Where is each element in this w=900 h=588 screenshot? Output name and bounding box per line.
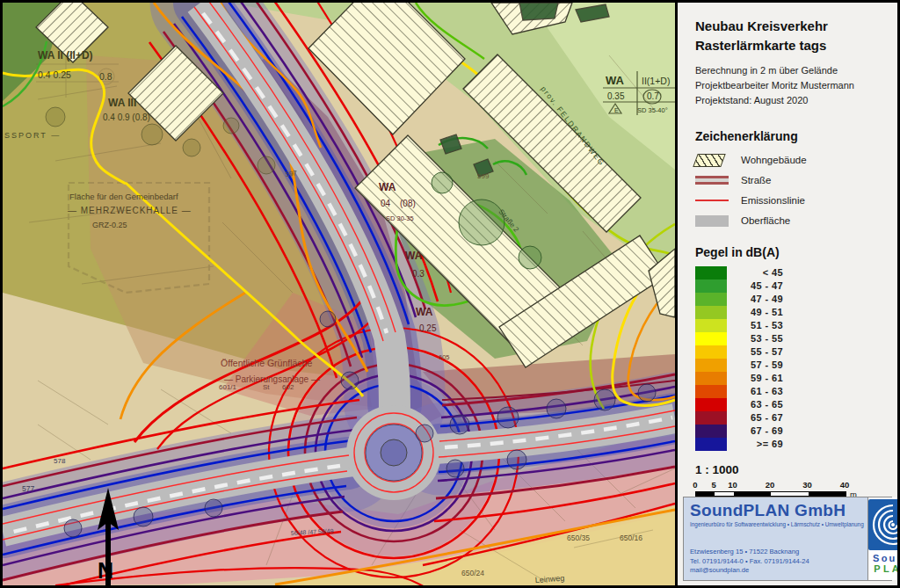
level-row: < 45 — [695, 266, 889, 279]
map-label: 597 — [285, 170, 298, 178]
subtitle-editor: Projektbearbeiter Moritz Mustermann — [695, 79, 889, 92]
level-row: 65 - 67 — [695, 411, 889, 425]
legend-item: Emissionslinie — [695, 191, 889, 211]
map-label: GRZ-0.25 — [92, 221, 127, 229]
map-label: 650/16 — [620, 534, 642, 542]
map-label: 0.35 — [607, 91, 625, 101]
map-label: 650/35 — [567, 534, 590, 542]
scale-tick-label: 20 — [766, 480, 775, 490]
legend-panel: Neubau Kreisverkehr Rasterlärmkarte tags… — [675, 3, 897, 585]
level-range-label: 45 - 47 — [727, 280, 783, 291]
level-row: 63 - 65 — [695, 398, 889, 411]
map-label: WA — [405, 250, 423, 262]
level-color-swatch — [695, 332, 727, 345]
map-label: 0.3 — [412, 269, 425, 279]
level-row: 57 - 59 — [695, 359, 889, 372]
map-title-line1: Neubau Kreisverkehr — [695, 17, 889, 36]
map-label: 0.8 — [99, 71, 112, 82]
map-label: WA — [606, 74, 625, 87]
level-range-label: 49 - 51 — [727, 307, 783, 317]
level-row: 45 - 47 — [695, 279, 889, 293]
level-color-swatch — [695, 411, 727, 425]
company-address: Etzwiesenberg 15 • 71522 Backnang Tel. 0… — [690, 548, 809, 575]
company-logo: ® Sound PLAN — [867, 497, 900, 580]
level-color-swatch — [695, 266, 727, 279]
road-symbol — [695, 176, 729, 185]
level-range-label: >= 69 — [727, 439, 783, 449]
level-row: 67 - 69 — [695, 425, 889, 438]
map-label: 578 — [54, 457, 66, 465]
map-label: 601/1 — [219, 383, 237, 391]
level-range-label: 61 - 63 — [727, 386, 783, 396]
company-footer: SoundPLAN GmbH Ingenieurbüro für Softwar… — [683, 497, 892, 581]
level-color-swatch — [695, 279, 727, 293]
level-color-swatch — [695, 293, 727, 306]
map-label: Öffentliche Grünfläche — [221, 358, 312, 368]
scale-bar-segment — [771, 492, 809, 496]
legend-item: Straße — [695, 171, 889, 191]
phone-line: Tel. 07191/9144-0 • Fax. 07191/9144-24 — [690, 557, 809, 566]
company-info: SoundPLAN GmbH Ingenieurbüro für Softwar… — [684, 497, 867, 580]
scale-tick-label: 0 — [693, 480, 697, 490]
map-label: E — [614, 107, 619, 113]
map-label: 0.7 — [647, 91, 659, 101]
level-row: 51 - 53 — [695, 319, 889, 332]
level-color-swatch — [695, 319, 727, 332]
address-line: Etzwiesenberg 15 • 71522 Backnang — [690, 548, 809, 556]
legend-item-label: Oberfläche — [741, 215, 790, 226]
map-label: — Parkierungsanlage — — [224, 374, 320, 384]
level-row: 47 - 49 — [695, 293, 889, 306]
map-label: N — [98, 558, 113, 583]
symbol-legend-heading: Zeichenerklärung — [695, 129, 889, 143]
legend-item: Wohngebäude — [695, 150, 889, 171]
level-color-swatch — [695, 359, 727, 372]
level-row: 61 - 63 — [695, 385, 889, 398]
company-name: SoundPLAN GmbH — [690, 501, 864, 520]
subtitle-status: Projektstand: August 2020 — [695, 94, 889, 107]
map-label: 577 — [22, 484, 34, 493]
scale-tick-label: 30 — [802, 480, 812, 490]
level-color-swatch — [695, 385, 727, 398]
map-label: 599 — [477, 172, 490, 180]
map-label: 602 — [282, 383, 294, 391]
level-range-label: 57 - 59 — [727, 359, 783, 370]
company-tagline: Ingenieurbüro für Softwareentwicklung • … — [690, 521, 864, 527]
emission-line-symbol — [695, 200, 729, 201]
legend-item-label: Emissionslinie — [741, 195, 805, 206]
surface-symbol — [695, 215, 729, 227]
noise-map-canvas: WA II (II+D)0.4 0.250.8WA III0.4 0.9 (0.… — [3, 3, 675, 585]
level-row: 53 - 55 — [695, 332, 889, 345]
map-label: 650/24 — [461, 569, 484, 577]
building-hatch-symbol — [693, 154, 725, 167]
level-range-label: 53 - 55 — [727, 333, 783, 344]
level-color-swatch — [695, 398, 727, 411]
map-label: SSPORT — — [4, 131, 61, 140]
map-label: WA — [416, 306, 433, 318]
scale-bar-segment — [809, 492, 846, 496]
map-label: WA III — [108, 97, 136, 109]
map-label: 04 — [381, 199, 391, 208]
level-color-swatch — [695, 425, 727, 438]
email-line[interactable]: mail@soundplan.de — [690, 566, 809, 575]
legend-item-label: Straße — [741, 175, 772, 185]
logo-text-plan: PLAN — [874, 563, 900, 574]
map-label: WA — [379, 181, 396, 193]
legend-item-label: Wohngebäude — [741, 155, 807, 165]
map-label: II(1+D) — [642, 76, 670, 86]
level-range-label: 55 - 57 — [727, 346, 783, 357]
scale-tick-label: 10 — [728, 480, 737, 490]
level-range-label: 51 - 53 — [727, 320, 783, 330]
level-color-swatch — [695, 438, 727, 451]
title-subtext: Berechnung in 2 m über Gelände Projektbe… — [695, 64, 889, 108]
level-range-label: 59 - 61 — [727, 373, 783, 383]
level-range-label: 47 - 49 — [727, 294, 783, 304]
symbol-legend: Zeichenerklärung WohngebäudeStraßeEmissi… — [695, 129, 889, 231]
map-sheet: WA II (II+D)0.4 0.250.8WA III0.4 0.9 (0.… — [0, 0, 900, 588]
level-legend-heading: Pegel in dB(A) — [695, 245, 889, 259]
scale-ratio: 1 : 1000 — [695, 463, 889, 476]
map-label: (08) — [400, 199, 416, 208]
level-legend: Pegel in dB(A) < 4545 - 4747 - 4949 - 51… — [695, 245, 889, 451]
scale-bar-segment — [734, 492, 772, 496]
level-range-label: < 45 — [727, 267, 783, 278]
level-range-label: 65 - 67 — [727, 412, 783, 423]
